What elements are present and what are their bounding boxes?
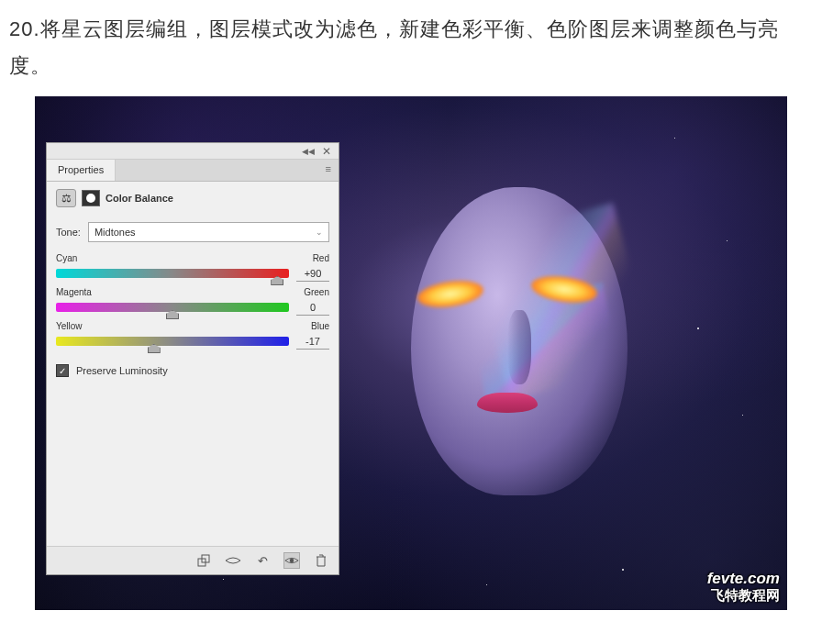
close-icon[interactable]: ✕ (318, 145, 335, 158)
tone-select[interactable]: Midtones ⌄ (88, 222, 329, 242)
slider-right-label: Blue (311, 321, 329, 331)
adjustment-title: Color Balance (106, 193, 173, 204)
slider-value-cr[interactable]: +90 (296, 265, 329, 282)
tone-row: Tone: Midtones ⌄ (47, 215, 339, 250)
instruction-text: 20.将星云图层编组，图层模式改为滤色，新建色彩平衡、色阶图层来调整颜色与亮度。 (0, 0, 822, 94)
slider-left-label: Magenta (56, 287, 92, 297)
color-balance-icon[interactable]: ⚖ (56, 189, 76, 207)
tab-properties[interactable]: Properties (47, 160, 116, 181)
tone-label: Tone: (56, 227, 81, 238)
slider-right-label: Green (304, 287, 329, 297)
slider-thumb[interactable] (166, 310, 179, 319)
properties-panel: ◀◀ ✕ Properties ≡ ⚖ Color Balance Tone: … (46, 142, 339, 575)
slider-track-mg[interactable] (56, 303, 289, 312)
svg-point-2 (290, 559, 294, 562)
tone-value: Midtones (94, 227, 136, 238)
slider-cyan-red: Cyan Red +90 (47, 250, 339, 283)
visibility-icon[interactable] (283, 552, 300, 569)
panel-menu-icon[interactable]: ≡ (318, 160, 339, 181)
watermark-sub: 飞特教程网 (707, 588, 780, 604)
reset-icon[interactable]: ↶ (254, 552, 271, 569)
clip-to-layer-icon[interactable] (195, 552, 212, 569)
lips (477, 393, 538, 413)
panel-header: ◀◀ ✕ (47, 143, 339, 160)
delete-icon[interactable] (313, 552, 329, 569)
slider-thumb[interactable] (271, 276, 283, 285)
slider-left-label: Cyan (56, 253, 77, 263)
watermark-main: fevte.com (707, 571, 780, 588)
slider-track-yb[interactable] (56, 337, 289, 346)
panel-spacer (47, 390, 339, 546)
preserve-luminosity-row: ✓ Preserve Luminosity (47, 351, 339, 390)
watermark: fevte.com 飞特教程网 (707, 571, 780, 603)
view-previous-icon[interactable] (225, 552, 241, 569)
slider-yellow-blue: Yellow Blue -17 (47, 317, 339, 351)
face (381, 138, 682, 549)
slider-thumb[interactable] (148, 344, 161, 353)
preserve-luminosity-label: Preserve Luminosity (76, 365, 168, 376)
slider-magenta-green: Magenta Green 0 (47, 283, 339, 317)
slider-value-yb[interactable]: -17 (296, 333, 329, 350)
adjustment-header: ⚖ Color Balance (47, 182, 339, 215)
preserve-luminosity-checkbox[interactable]: ✓ (56, 364, 69, 377)
collapse-icon[interactable]: ◀◀ (298, 147, 318, 156)
mask-icon[interactable] (82, 190, 100, 206)
panel-footer: ↶ (47, 546, 339, 574)
chevron-down-icon: ⌄ (316, 228, 323, 237)
slider-left-label: Yellow (56, 321, 83, 331)
slider-track-cr[interactable] (56, 269, 289, 278)
slider-value-mg[interactable]: 0 (296, 299, 329, 316)
slider-right-label: Red (313, 253, 329, 263)
tabs-row: Properties ≡ (47, 160, 339, 182)
nose (507, 310, 531, 384)
